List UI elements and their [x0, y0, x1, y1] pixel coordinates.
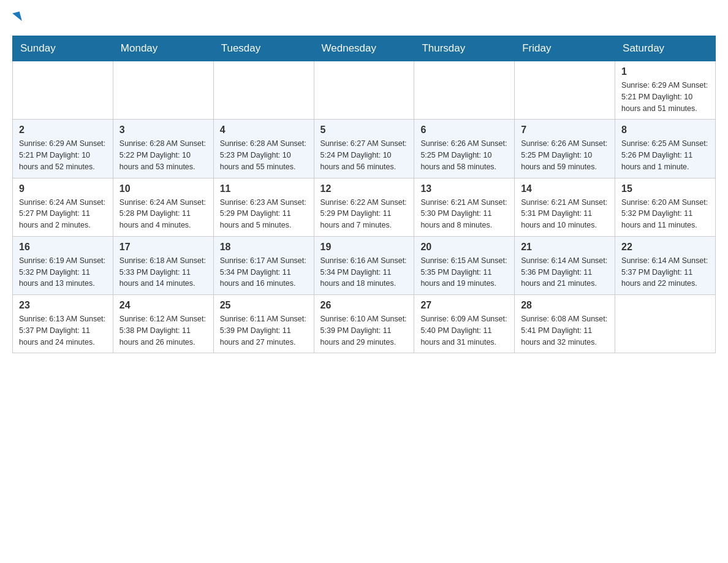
day-number: 2 [19, 124, 107, 136]
calendar-week-row: 23Sunrise: 6:13 AM Sunset: 5:37 PM Dayli… [13, 295, 716, 353]
day-number: 16 [19, 242, 107, 253]
day-info: Sunrise: 6:24 AM Sunset: 5:28 PM Dayligh… [119, 197, 207, 231]
day-number: 12 [320, 183, 408, 194]
column-header-monday: Monday [113, 36, 213, 61]
day-number: 3 [119, 124, 207, 136]
day-info: Sunrise: 6:27 AM Sunset: 5:24 PM Dayligh… [320, 138, 408, 172]
calendar-cell: 21Sunrise: 6:14 AM Sunset: 5:36 PM Dayli… [515, 236, 615, 294]
calendar-cell: 23Sunrise: 6:13 AM Sunset: 5:37 PM Dayli… [13, 295, 113, 353]
day-number: 6 [420, 124, 508, 136]
calendar-cell: 26Sunrise: 6:10 AM Sunset: 5:39 PM Dayli… [314, 295, 414, 353]
day-info: Sunrise: 6:19 AM Sunset: 5:32 PM Dayligh… [19, 255, 107, 289]
column-header-sunday: Sunday [13, 36, 113, 61]
column-header-wednesday: Wednesday [314, 36, 414, 61]
day-number: 21 [521, 242, 609, 253]
day-number: 20 [420, 242, 508, 253]
day-number: 9 [19, 183, 107, 194]
calendar-cell: 28Sunrise: 6:08 AM Sunset: 5:41 PM Dayli… [515, 295, 615, 353]
calendar-week-row: 2Sunrise: 6:29 AM Sunset: 5:21 PM Daylig… [13, 120, 716, 178]
calendar-cell [414, 61, 515, 120]
day-info: Sunrise: 6:28 AM Sunset: 5:22 PM Dayligh… [119, 138, 207, 172]
calendar-cell: 12Sunrise: 6:22 AM Sunset: 5:29 PM Dayli… [314, 178, 414, 236]
day-info: Sunrise: 6:09 AM Sunset: 5:40 PM Dayligh… [420, 313, 508, 348]
calendar-cell [314, 61, 414, 120]
logo [12, 12, 21, 23]
calendar-cell: 18Sunrise: 6:17 AM Sunset: 5:34 PM Dayli… [213, 236, 314, 294]
day-number: 19 [320, 242, 408, 253]
calendar-cell [615, 295, 716, 353]
column-header-saturday: Saturday [615, 36, 716, 61]
calendar-cell: 7Sunrise: 6:26 AM Sunset: 5:25 PM Daylig… [515, 120, 615, 178]
calendar-cell [213, 61, 314, 120]
calendar-cell: 16Sunrise: 6:19 AM Sunset: 5:32 PM Dayli… [13, 236, 113, 294]
calendar-cell: 20Sunrise: 6:15 AM Sunset: 5:35 PM Dayli… [414, 236, 515, 294]
calendar-cell: 27Sunrise: 6:09 AM Sunset: 5:40 PM Dayli… [414, 295, 515, 353]
calendar-cell: 2Sunrise: 6:29 AM Sunset: 5:21 PM Daylig… [13, 120, 113, 178]
day-number: 8 [621, 124, 709, 136]
day-info: Sunrise: 6:13 AM Sunset: 5:37 PM Dayligh… [19, 313, 107, 348]
page-header [12, 12, 716, 23]
day-info: Sunrise: 6:26 AM Sunset: 5:25 PM Dayligh… [521, 138, 609, 172]
column-header-thursday: Thursday [414, 36, 515, 61]
calendar-week-row: 1Sunrise: 6:29 AM Sunset: 5:21 PM Daylig… [13, 61, 716, 120]
day-number: 24 [119, 300, 207, 311]
day-number: 17 [119, 242, 207, 253]
calendar-cell: 8Sunrise: 6:25 AM Sunset: 5:26 PM Daylig… [615, 120, 716, 178]
day-info: Sunrise: 6:20 AM Sunset: 5:32 PM Dayligh… [621, 197, 709, 231]
day-number: 27 [420, 300, 508, 311]
logo-arrow-icon [12, 12, 22, 23]
calendar-cell: 10Sunrise: 6:24 AM Sunset: 5:28 PM Dayli… [113, 178, 213, 236]
day-info: Sunrise: 6:15 AM Sunset: 5:35 PM Dayligh… [420, 255, 508, 289]
calendar-cell: 6Sunrise: 6:26 AM Sunset: 5:25 PM Daylig… [414, 120, 515, 178]
calendar-week-row: 9Sunrise: 6:24 AM Sunset: 5:27 PM Daylig… [13, 178, 716, 236]
day-number: 4 [220, 124, 308, 136]
day-info: Sunrise: 6:08 AM Sunset: 5:41 PM Dayligh… [521, 313, 609, 348]
calendar-cell: 11Sunrise: 6:23 AM Sunset: 5:29 PM Dayli… [213, 178, 314, 236]
day-info: Sunrise: 6:25 AM Sunset: 5:26 PM Dayligh… [621, 138, 709, 172]
column-header-tuesday: Tuesday [213, 36, 314, 61]
calendar-cell: 1Sunrise: 6:29 AM Sunset: 5:21 PM Daylig… [615, 61, 716, 120]
day-info: Sunrise: 6:16 AM Sunset: 5:34 PM Dayligh… [320, 255, 408, 289]
calendar-cell [515, 61, 615, 120]
day-number: 26 [320, 300, 408, 311]
day-number: 11 [220, 183, 308, 194]
day-number: 10 [119, 183, 207, 194]
day-info: Sunrise: 6:26 AM Sunset: 5:25 PM Dayligh… [420, 138, 508, 172]
calendar-cell: 24Sunrise: 6:12 AM Sunset: 5:38 PM Dayli… [113, 295, 213, 353]
day-number: 25 [220, 300, 308, 311]
day-info: Sunrise: 6:29 AM Sunset: 5:21 PM Dayligh… [621, 80, 709, 114]
day-info: Sunrise: 6:14 AM Sunset: 5:36 PM Dayligh… [521, 255, 609, 289]
day-number: 28 [521, 300, 609, 311]
day-info: Sunrise: 6:10 AM Sunset: 5:39 PM Dayligh… [320, 313, 408, 348]
day-info: Sunrise: 6:12 AM Sunset: 5:38 PM Dayligh… [119, 313, 207, 348]
calendar-cell: 3Sunrise: 6:28 AM Sunset: 5:22 PM Daylig… [113, 120, 213, 178]
calendar-cell: 9Sunrise: 6:24 AM Sunset: 5:27 PM Daylig… [13, 178, 113, 236]
calendar-cell [113, 61, 213, 120]
day-info: Sunrise: 6:18 AM Sunset: 5:33 PM Dayligh… [119, 255, 207, 289]
day-info: Sunrise: 6:24 AM Sunset: 5:27 PM Dayligh… [19, 197, 107, 231]
calendar-header-row: SundayMondayTuesdayWednesdayThursdayFrid… [13, 36, 716, 61]
day-number: 23 [19, 300, 107, 311]
day-info: Sunrise: 6:21 AM Sunset: 5:30 PM Dayligh… [420, 197, 508, 231]
day-number: 14 [521, 183, 609, 194]
day-info: Sunrise: 6:23 AM Sunset: 5:29 PM Dayligh… [220, 197, 308, 231]
column-header-friday: Friday [515, 36, 615, 61]
day-info: Sunrise: 6:11 AM Sunset: 5:39 PM Dayligh… [220, 313, 308, 348]
day-info: Sunrise: 6:28 AM Sunset: 5:23 PM Dayligh… [220, 138, 308, 172]
calendar-week-row: 16Sunrise: 6:19 AM Sunset: 5:32 PM Dayli… [13, 236, 716, 294]
day-number: 7 [521, 124, 609, 136]
calendar-table: SundayMondayTuesdayWednesdayThursdayFrid… [12, 36, 716, 353]
calendar-cell: 17Sunrise: 6:18 AM Sunset: 5:33 PM Dayli… [113, 236, 213, 294]
day-number: 18 [220, 242, 308, 253]
day-info: Sunrise: 6:14 AM Sunset: 5:37 PM Dayligh… [621, 255, 709, 289]
calendar-cell: 22Sunrise: 6:14 AM Sunset: 5:37 PM Dayli… [615, 236, 716, 294]
day-info: Sunrise: 6:29 AM Sunset: 5:21 PM Dayligh… [19, 138, 107, 172]
calendar-cell: 25Sunrise: 6:11 AM Sunset: 5:39 PM Dayli… [213, 295, 314, 353]
calendar-cell: 19Sunrise: 6:16 AM Sunset: 5:34 PM Dayli… [314, 236, 414, 294]
day-number: 13 [420, 183, 508, 194]
day-number: 22 [621, 242, 709, 253]
day-info: Sunrise: 6:21 AM Sunset: 5:31 PM Dayligh… [521, 197, 609, 231]
calendar-cell: 4Sunrise: 6:28 AM Sunset: 5:23 PM Daylig… [213, 120, 314, 178]
calendar-cell: 15Sunrise: 6:20 AM Sunset: 5:32 PM Dayli… [615, 178, 716, 236]
day-number: 1 [621, 66, 709, 77]
